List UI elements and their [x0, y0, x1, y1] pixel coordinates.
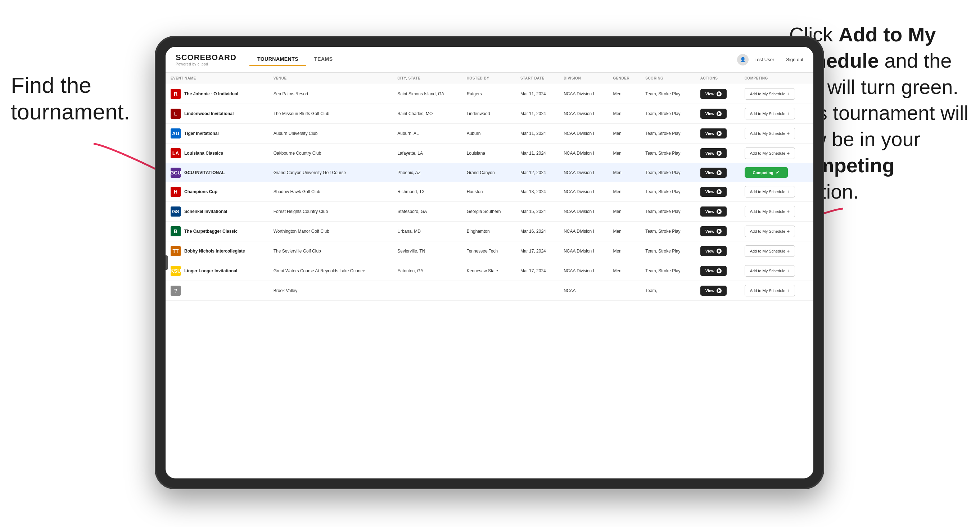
event-name: Linger Longer Invitational — [184, 268, 237, 273]
actions-cell: View — [695, 84, 740, 104]
view-button[interactable]: View — [700, 89, 727, 99]
start-date-cell: Mar 15, 2024 — [515, 202, 558, 222]
start-date-cell: Mar 11, 2024 — [515, 84, 558, 104]
division-cell: NCAA Division I — [558, 261, 608, 281]
add-schedule-label: Add to My Schedule — [750, 190, 785, 194]
annotation-left: Find the tournament. — [11, 72, 148, 125]
start-date-cell: Mar 11, 2024 — [515, 104, 558, 124]
division-cell: NCAA Division I — [558, 84, 608, 104]
view-button[interactable]: View — [700, 246, 727, 256]
event-name-cell-6: GSSchenkel Invitational — [165, 202, 269, 222]
view-label: View — [705, 190, 714, 194]
add-to-schedule-button[interactable]: Add to My Schedule+ — [745, 128, 795, 139]
city-state-cell: Urbana, MD — [392, 222, 461, 241]
event-name-cell-0: RThe Johnnie - O Individual — [165, 84, 269, 104]
team-logo: GCU — [170, 168, 181, 178]
division-cell: NCAA Division I — [558, 124, 608, 143]
venue-cell: Forest Heights Country Club — [269, 202, 393, 222]
event-name: Schenkel Invitational — [184, 209, 227, 214]
view-label: View — [705, 269, 714, 273]
view-label: View — [705, 111, 714, 116]
city-state-cell: Eatonton, GA — [392, 261, 461, 281]
add-to-schedule-button[interactable]: Add to My Schedule+ — [745, 245, 795, 257]
tab-tournaments[interactable]: TOURNAMENTS — [250, 53, 306, 66]
col-start-date: START DATE — [515, 73, 558, 84]
scoring-cell: Team, Stroke Play — [640, 261, 695, 281]
division-cell: NCAA Division I — [558, 163, 608, 182]
col-competing: COMPETING — [740, 73, 813, 84]
view-button[interactable]: View — [700, 206, 727, 217]
add-to-schedule-button[interactable]: Add to My Schedule+ — [745, 265, 795, 277]
view-button[interactable]: View — [700, 266, 727, 276]
table-container: EVENT NAME VENUE CITY, STATE HOSTED BY S… — [165, 73, 813, 478]
plus-icon: + — [787, 288, 790, 294]
gender-cell — [608, 281, 640, 301]
hosted-by-cell: Rutgers — [462, 84, 515, 104]
view-button[interactable]: View — [700, 226, 727, 237]
scoring-cell: Team, Stroke Play — [640, 182, 695, 202]
competing-cell: Add to My Schedule+ — [740, 241, 813, 261]
sign-out-link[interactable]: Sign out — [786, 57, 803, 62]
view-button[interactable]: View — [700, 286, 727, 296]
division-cell: NCAA Division I — [558, 241, 608, 261]
division-cell: NCAA Division I — [558, 182, 608, 202]
event-name-cell-1: LLindenwood Invitational — [165, 104, 269, 124]
add-to-schedule-button[interactable]: Add to My Schedule+ — [745, 148, 795, 159]
event-name: Louisiana Classics — [184, 151, 223, 156]
event-name: Tiger Invitational — [184, 131, 219, 136]
competing-label: Competing — [752, 170, 773, 175]
event-name-cell-7: BThe Carpetbagger Classic — [165, 222, 269, 241]
col-division: DIVISION — [558, 73, 608, 84]
col-venue: VENUE — [269, 73, 393, 84]
gender-cell: Men — [608, 222, 640, 241]
competing-cell: Add to My Schedule+ — [740, 104, 813, 124]
hosted-by-cell: Auburn — [462, 124, 515, 143]
view-button[interactable]: View — [700, 148, 727, 158]
hosted-by-cell: Kennesaw State — [462, 261, 515, 281]
gender-cell: Men — [608, 202, 640, 222]
venue-cell: Grand Canyon University Golf Course — [269, 163, 393, 182]
plus-icon: + — [787, 268, 790, 274]
venue-cell: Oakbourne Country Club — [269, 143, 393, 163]
actions-cell: View — [695, 222, 740, 241]
view-button[interactable]: View — [700, 187, 727, 197]
competing-button[interactable]: Competing✓ — [745, 167, 788, 178]
event-name: GCU INVITATIONAL — [184, 170, 224, 175]
add-to-schedule-button[interactable]: Add to My Schedule+ — [745, 108, 795, 119]
add-to-schedule-button[interactable]: Add to My Schedule+ — [745, 186, 795, 197]
tab-teams[interactable]: TEAMS — [306, 53, 341, 66]
tournaments-table: EVENT NAME VENUE CITY, STATE HOSTED BY S… — [165, 73, 813, 301]
view-button[interactable]: View — [700, 129, 727, 138]
hosted-by-cell: Grand Canyon — [462, 163, 515, 182]
plus-icon: + — [787, 209, 790, 214]
scoring-cell: Team, Stroke Play — [640, 222, 695, 241]
add-to-schedule-button[interactable]: Add to My Schedule+ — [745, 225, 795, 237]
team-logo: TT — [170, 246, 181, 256]
plus-icon: + — [787, 130, 790, 137]
scoring-cell: Team, Stroke Play — [640, 163, 695, 182]
play-icon — [717, 170, 722, 175]
hosted-by-cell: Tennessee Tech — [462, 241, 515, 261]
actions-cell: View — [695, 124, 740, 143]
play-icon — [717, 151, 722, 156]
view-button[interactable]: View — [700, 168, 727, 178]
user-avatar: 👤 — [737, 54, 749, 65]
side-nav-dot[interactable] — [165, 256, 168, 270]
tablet-frame: SCOREBOARD Powered by clippd TOURNAMENTS… — [155, 36, 824, 489]
view-label: View — [705, 131, 714, 136]
table-row: GSSchenkel InvitationalForest Heights Co… — [165, 202, 813, 222]
gender-cell: Men — [608, 104, 640, 124]
add-to-schedule-button[interactable]: Add to My Schedule+ — [745, 88, 795, 100]
add-to-schedule-button[interactable]: Add to My Schedule+ — [745, 285, 795, 297]
table-row: HChampions CupShadow Hawk Golf ClubRichm… — [165, 182, 813, 202]
view-label: View — [705, 92, 714, 96]
hosted-by-cell: Houston — [462, 182, 515, 202]
hosted-by-cell: Lindenwood — [462, 104, 515, 124]
view-button[interactable]: View — [700, 109, 727, 119]
team-logo: L — [170, 109, 181, 119]
table-row: AUTiger InvitationalAuburn University Cl… — [165, 124, 813, 143]
add-to-schedule-button[interactable]: Add to My Schedule+ — [745, 206, 795, 217]
table-row: ?Brook ValleyNCAATeam,ViewAdd to My Sche… — [165, 281, 813, 301]
competing-cell: Competing✓ — [740, 163, 813, 182]
start-date-cell: Mar 17, 2024 — [515, 261, 558, 281]
